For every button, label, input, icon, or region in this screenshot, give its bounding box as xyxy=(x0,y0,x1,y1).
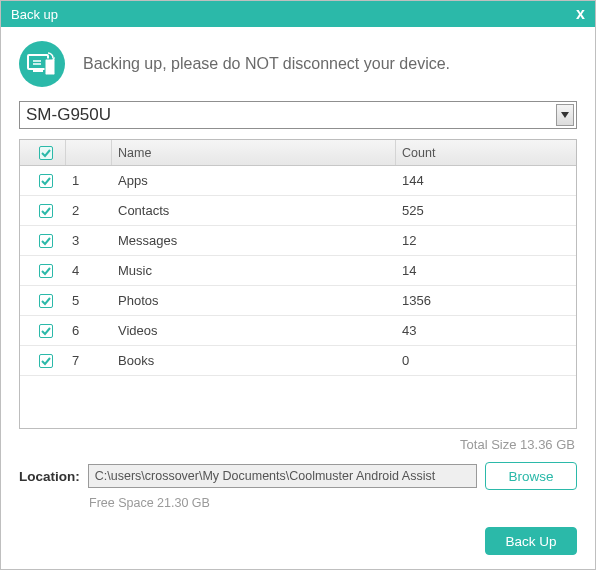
table-row[interactable]: 2Contacts525 xyxy=(20,196,576,226)
col-index xyxy=(66,140,112,165)
row-checkbox[interactable] xyxy=(39,234,53,248)
row-count: 43 xyxy=(396,323,576,338)
row-count: 1356 xyxy=(396,293,576,308)
browse-button[interactable]: Browse xyxy=(485,462,577,490)
row-count: 525 xyxy=(396,203,576,218)
row-name: Apps xyxy=(112,173,396,188)
row-index: 6 xyxy=(66,323,112,338)
total-size: Total Size 13.36 GB xyxy=(19,429,577,462)
location-label: Location: xyxy=(19,469,80,484)
col-count: Count xyxy=(396,140,576,165)
backup-window: Back up x Backing up, please do NOT disc… xyxy=(0,0,596,570)
row-checkbox[interactable] xyxy=(39,264,53,278)
table-row[interactable]: 1Apps144 xyxy=(20,166,576,196)
row-name: Messages xyxy=(112,233,396,248)
row-index: 2 xyxy=(66,203,112,218)
row-name: Contacts xyxy=(112,203,396,218)
table-row[interactable]: 5Photos1356 xyxy=(20,286,576,316)
table-row[interactable]: 6Videos43 xyxy=(20,316,576,346)
row-checkbox[interactable] xyxy=(39,174,53,188)
select-all-checkbox[interactable] xyxy=(39,146,53,160)
window-title: Back up xyxy=(11,7,58,22)
row-index: 1 xyxy=(66,173,112,188)
banner: Backing up, please do NOT disconnect you… xyxy=(1,27,595,101)
table-row[interactable]: 4Music14 xyxy=(20,256,576,286)
row-checkbox[interactable] xyxy=(39,204,53,218)
table-row[interactable]: 7Books0 xyxy=(20,346,576,376)
svg-marker-4 xyxy=(561,112,569,118)
device-sync-icon xyxy=(19,41,65,87)
row-count: 144 xyxy=(396,173,576,188)
row-count: 14 xyxy=(396,263,576,278)
row-index: 5 xyxy=(66,293,112,308)
row-index: 3 xyxy=(66,233,112,248)
svg-rect-1 xyxy=(33,70,43,72)
device-select-value: SM-G950U xyxy=(26,105,111,125)
device-select[interactable]: SM-G950U xyxy=(19,101,577,129)
svg-rect-2 xyxy=(45,59,55,75)
close-icon[interactable]: x xyxy=(576,6,585,22)
row-count: 0 xyxy=(396,353,576,368)
chevron-down-icon[interactable] xyxy=(556,104,574,126)
row-count: 12 xyxy=(396,233,576,248)
row-index: 7 xyxy=(66,353,112,368)
row-checkbox[interactable] xyxy=(39,294,53,308)
categories-table: Name Count 1Apps1442Contacts5253Messages… xyxy=(19,139,577,429)
titlebar: Back up x xyxy=(1,1,595,27)
location-path-field[interactable]: C:\users\crossover\My Documents\Coolmust… xyxy=(88,464,477,488)
row-index: 4 xyxy=(66,263,112,278)
row-name: Books xyxy=(112,353,396,368)
row-name: Videos xyxy=(112,323,396,338)
col-name: Name xyxy=(112,140,396,165)
row-name: Music xyxy=(112,263,396,278)
table-row[interactable]: 3Messages12 xyxy=(20,226,576,256)
row-checkbox[interactable] xyxy=(39,324,53,338)
row-name: Photos xyxy=(112,293,396,308)
row-checkbox[interactable] xyxy=(39,354,53,368)
table-header: Name Count xyxy=(20,140,576,166)
banner-message: Backing up, please do NOT disconnect you… xyxy=(83,55,450,73)
backup-button[interactable]: Back Up xyxy=(485,527,577,555)
free-space: Free Space 21.30 GB xyxy=(19,494,577,510)
